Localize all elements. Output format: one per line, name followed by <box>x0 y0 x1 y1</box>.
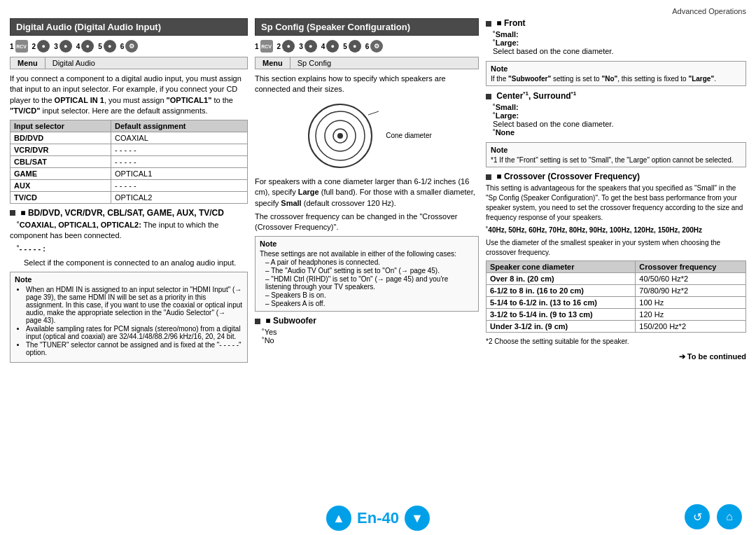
mid-step-num-6: 6 <box>365 43 370 50</box>
coaxial-option: ˚COAXIAL, OPTICAL1, OPTICAL2: The input … <box>10 220 248 242</box>
mid-menu-value: Sp Config <box>290 57 338 69</box>
back-button[interactable]: ↺ <box>685 504 710 529</box>
table-row: TV/CDOPTICAL2 <box>10 191 248 203</box>
crossover-section: ■ Crossover (Crossover Frequency) This s… <box>486 172 746 347</box>
crossover-cell-freq: 40/50/60 Hz*2 <box>636 273 746 285</box>
crossover-cell-diameter: 3-1/2 to 5-1/4 in. (9 to 13 cm) <box>486 309 636 321</box>
step-5-icon: ● <box>104 40 116 53</box>
footer-right: ↺ ⌂ <box>685 504 742 529</box>
left-note-item: When an HDMI IN is assigned to an input … <box>26 286 243 324</box>
bd-dvd-title: ■ BD/DVD, VCR/DVR, CBL/SAT, GAME, AUX, T… <box>10 208 248 218</box>
front-square-icon <box>486 21 491 27</box>
left-note-title: Note <box>15 275 243 284</box>
step-6-icon: ⚙ <box>125 40 138 53</box>
left-note-list: When an HDMI IN is assigned to an input … <box>15 286 243 356</box>
footer: ▲ En-40 ▼ ↺ ⌂ <box>0 501 756 535</box>
crossover-cell-freq: 150/200 Hz*2 <box>636 321 746 333</box>
mid-step-num-5: 5 <box>343 43 347 50</box>
table-header-default: Default assignment <box>111 120 248 132</box>
crossover-table-row: 6-1/2 to 8 in. (16 to 20 cm)70/80/90 Hz*… <box>486 285 746 297</box>
center-select-text: Select based on the cone diameter. <box>486 120 746 128</box>
subwoofer-square-icon <box>255 319 260 324</box>
cone-diagram-area: Cone diameter <box>255 101 479 171</box>
crossover-freq-label: ˚40Hz, 50Hz, 60Hz, 70Hz, 80Hz, 90Hz, 100… <box>486 225 746 235</box>
mid-step-5-icon: ● <box>349 40 361 53</box>
step-num-5: 5 <box>98 43 102 50</box>
mid-note-item: – Speakers A is off. <box>260 300 474 307</box>
crossover-cell-freq: 100 Hz <box>636 297 746 309</box>
table-cell-default: - - - - - <box>111 179 248 191</box>
step-num-4: 4 <box>76 43 80 50</box>
front-large: ˚Large: <box>486 39 746 47</box>
left-note-item: The "TUNER" selector cannot be assigned … <box>26 341 243 356</box>
table-row: CBL/SAT- - - - - <box>10 155 248 167</box>
footer-nav: ▲ En-40 ▼ <box>326 506 430 531</box>
crossover-table-row: Under 3-1/2 in. (9 cm)150/200 Hz*2 <box>486 321 746 333</box>
right-note1-text: If the "Subwoofer" setting is set to "No… <box>491 75 741 83</box>
table-cell-input: BD/DVD <box>10 132 111 144</box>
subwoofer-no: ˚No <box>255 336 479 345</box>
mid-step-receiver-icon: RCV <box>260 40 273 53</box>
table-cell-default: OPTICAL1 <box>111 167 248 179</box>
crossover-table: Speaker cone diameter Crossover frequenc… <box>486 260 746 333</box>
crossover-cell-freq: 70/80/90 Hz*2 <box>636 285 746 297</box>
step-3-icon: ● <box>59 40 72 53</box>
front-small: ˚Small: <box>486 30 746 39</box>
front-title: ■ Front <box>486 18 746 28</box>
center-small: ˚Small: <box>486 103 746 111</box>
crossover-title: ■ Crossover (Crossover Frequency) <box>486 172 746 181</box>
step-4-icon: ● <box>81 40 94 53</box>
dash-option-text: Select if the component is connected to … <box>10 258 248 268</box>
mid-step-num-1: 1 <box>255 43 259 50</box>
mid-step-4-icon: ● <box>326 40 339 53</box>
crossover-cell-diameter: 5-1/4 to 6-1/2 in. (13 to 16 cm) <box>486 297 636 309</box>
table-cell-input: CBL/SAT <box>10 155 111 167</box>
mid-steps-row: 1 RCV 2 ● 3 ● 4 ● 5 ● 6 ⚙ <box>255 40 479 53</box>
center-surround-title: Center*1, Surround*1 <box>486 90 746 101</box>
step-num-1: 1 <box>10 43 14 50</box>
mid-menu-label: Menu <box>255 57 290 69</box>
left-note-item: Available sampling rates for PCM signals… <box>26 325 243 340</box>
left-column: Digital Audio (Digital Audio Input) 1 RC… <box>10 18 248 500</box>
prev-page-button[interactable]: ▲ <box>326 506 351 531</box>
subwoofer-title: ■ Subwoofer <box>255 316 479 326</box>
mid-note-item: – "HDMI Ctrl (RIHD)" is set to "On" (→ p… <box>260 275 474 291</box>
cone-diagram <box>302 101 386 171</box>
center-square-icon <box>486 94 491 99</box>
page: Advanced Operations Digital Audio (Digit… <box>0 0 756 535</box>
right-note2: Note *1 If the "Front" setting is set to… <box>486 142 746 167</box>
mid-note-item: – A pair of headphones is connected. <box>260 258 474 266</box>
table-row: AUX- - - - - <box>10 179 248 191</box>
crossover-cell-freq: 120 Hz <box>636 309 746 321</box>
table-cell-input: TV/CD <box>10 191 111 203</box>
step-receiver-icon: RCV <box>15 40 28 53</box>
table-row: GAMEOPTICAL1 <box>10 167 248 179</box>
mid-note-item: – Speakers B is on. <box>260 291 474 299</box>
left-menu-value: Digital Audio <box>46 57 102 69</box>
center-surround-section: Center*1, Surround*1 ˚Small: ˚Large: Sel… <box>486 90 746 137</box>
to-be-continued: ➔ To be continued <box>486 352 746 361</box>
top-label: Advanced Operations <box>10 7 746 15</box>
table-header-input: Input selector <box>10 120 111 132</box>
table-cell-default: - - - - - <box>111 144 248 155</box>
home-button[interactable]: ⌂ <box>717 504 742 529</box>
mid-menu-bar: Menu Sp Config <box>255 57 479 69</box>
cone-label: Cone diameter <box>386 132 432 139</box>
subwoofer-section: ■ Subwoofer ˚Yes ˚No <box>255 316 479 345</box>
crossover-cell-diameter: Under 3-1/2 in. (9 cm) <box>486 321 636 333</box>
mid-cone-text2: The crossover frequency can be changed i… <box>255 211 479 233</box>
right-note1-title: Note <box>491 64 741 73</box>
right-column: ■ Front ˚Small: ˚Large: Select based on … <box>486 18 746 500</box>
mid-step-num-4: 4 <box>321 43 326 50</box>
crossover-table-row: 3-1/2 to 5-1/4 in. (9 to 13 cm)120 Hz <box>486 309 746 321</box>
mid-column: Sp Config (Speaker Configuration) 1 RCV … <box>255 18 479 500</box>
left-intro-text: If you connect a component to a digital … <box>10 74 248 117</box>
crossover-cell-diameter: 6-1/2 to 8 in. (16 to 20 cm) <box>486 285 636 297</box>
mid-intro: This section explains how to specify whi… <box>255 74 479 95</box>
crossover-use-text: Use the diameter of the smallest speaker… <box>486 238 746 258</box>
table-row: VCR/DVR- - - - - <box>10 144 248 155</box>
black-square-icon <box>10 210 15 216</box>
subwoofer-yes: ˚Yes <box>255 328 479 336</box>
next-page-button[interactable]: ▼ <box>405 506 430 531</box>
center-none: ˚None <box>486 128 746 137</box>
